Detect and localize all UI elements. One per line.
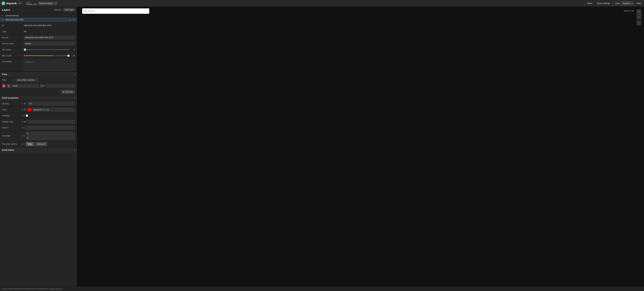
view-inspect-control: View Inspect xyxy=(613,1,634,5)
source-input[interactable] xyxy=(24,36,75,40)
filter-type-row: Filter ƒx every filter matches xyxy=(0,77,77,83)
icon-editor-section-header[interactable]: ICON Editor ▾ xyxy=(0,147,77,153)
paint-section-header[interactable]: Paint properties ▾ xyxy=(0,95,77,101)
filter-value-input[interactable] xyxy=(46,84,75,88)
color-icons: ƒx ▣ Σ xyxy=(22,109,27,110)
type-row: Type Fill xyxy=(0,28,77,34)
color-label: Color xyxy=(2,108,20,111)
save-button[interactable]: Save xyxy=(586,1,594,5)
filter-type-select-wrap[interactable]: every filter matches xyxy=(16,78,75,82)
filter-number-badge: 1 xyxy=(2,84,6,88)
duplicate-icon[interactable]: ⧉ xyxy=(69,18,72,21)
max-zoom-control: 24 xyxy=(24,54,75,57)
outline-sigma-icon[interactable]: Σ xyxy=(26,121,27,122)
layer-list: ◎ openstreetmap ◎ a8d1264f-cb1d-485f- ⧉ … xyxy=(0,13,77,22)
zoom-out-button[interactable]: − xyxy=(636,14,641,19)
filter-delete-button[interactable]: 🗑 xyxy=(7,84,10,88)
map-ctrl-divider xyxy=(636,20,641,20)
layer-item-selected[interactable]: ◎ a8d1264f-cb1d-485f- ⧉ 👁 xyxy=(0,18,77,22)
comments-row: Comments xyxy=(0,59,77,72)
filter-section-header[interactable]: Filter ▾ xyxy=(0,72,77,77)
eye-toggle-icon[interactable]: 👁 xyxy=(72,18,75,21)
zoom-in-button[interactable]: + xyxy=(636,10,641,14)
map-area[interactable]: 🔍 Zoom: 5.18 + − ↑ xyxy=(77,7,644,286)
source-layer-input[interactable] xyxy=(24,42,75,46)
paint-chevron-icon: ▾ xyxy=(74,97,75,99)
outline-color-input[interactable] xyxy=(28,120,75,124)
outline-data-icon[interactable]: ▣ xyxy=(24,121,25,122)
opacity-input[interactable] xyxy=(28,102,75,106)
max-zoom-label: Max Zoom xyxy=(2,54,24,57)
search-input[interactable] xyxy=(82,8,149,14)
translate-icons: ƒx Σ xyxy=(22,135,25,137)
anchor-map-button[interactable]: Map xyxy=(26,142,34,146)
app-logo: M Maputnik v2.0.0 xyxy=(1,1,22,5)
anchor-viewport-button[interactable]: Viewport xyxy=(35,142,47,146)
translate-anchor-fx-icon[interactable]: ƒx xyxy=(22,143,23,145)
opacity-data-icon[interactable]: ▣ xyxy=(24,103,25,104)
pattern-fx-icon[interactable]: ƒx xyxy=(22,127,23,129)
layer-item-openstreetmap[interactable]: ◎ openstreetmap xyxy=(0,14,77,18)
type-label: Type xyxy=(2,30,24,33)
filter-operator-select[interactable]: == xyxy=(40,84,44,88)
icon-editor-title: ICON Editor xyxy=(2,149,74,151)
id-row: ID a8d1264f-cb1d-485f-8fc6-2973... xyxy=(0,22,77,28)
filter-op-wrap[interactable]: == ▾ xyxy=(40,84,45,88)
layer-item-label: a8d1264f-cb1d-485f- xyxy=(5,18,68,21)
map-controls: + − ↑ xyxy=(636,10,641,25)
main-layout: Layers Expand Add Layer ◎ openstreetmap … xyxy=(0,7,644,286)
layer-type-wrapper[interactable]: Default polygon xyxy=(38,2,57,5)
antialias-fx-icon[interactable]: ƒx xyxy=(22,115,23,116)
view-button[interactable]: View xyxy=(613,1,621,5)
id-label: ID xyxy=(2,24,24,27)
add-filter-label: Add filter xyxy=(65,91,73,93)
help-button[interactable]: Help xyxy=(635,1,643,5)
color-swatch[interactable] xyxy=(28,108,31,111)
style-settings-button[interactable]: Style Settings xyxy=(595,1,612,5)
pattern-input[interactable] xyxy=(26,126,75,130)
translate-anchor-sigma-icon[interactable]: Σ xyxy=(24,143,25,145)
layer-action-icons: ⧉ 👁 xyxy=(69,18,75,21)
search-bar: 🔍 xyxy=(82,8,149,14)
antialias-sigma-icon[interactable]: Σ xyxy=(24,115,25,116)
id-value: a8d1264f-cb1d-485f-8fc6-2973... xyxy=(24,24,75,27)
outline-color-label: Outline color xyxy=(2,120,20,123)
translate-x-input[interactable] xyxy=(26,132,75,136)
inspect-wrapper[interactable]: Inspect xyxy=(621,1,633,5)
filter-field-input[interactable] xyxy=(12,84,39,88)
translate-anchor-label: Translate anchor xyxy=(2,143,20,145)
status-bar: Undo setFilter a8d1264f-cb1d-485f-8fc6-2… xyxy=(0,286,644,291)
inspect-select[interactable]: Inspect xyxy=(621,1,633,5)
max-zoom-slider[interactable] xyxy=(24,55,70,56)
svg-text:M: M xyxy=(3,2,4,4)
filter-type-select[interactable]: every filter matches xyxy=(16,78,38,82)
app-version: v2.0.0 xyxy=(18,2,22,4)
layer-type-select[interactable]: Default polygon xyxy=(38,2,57,5)
outline-fx-icon[interactable]: ƒx xyxy=(22,121,23,122)
add-filter-button[interactable]: ⊞ Add filter xyxy=(61,90,75,94)
translate-y-input[interactable] xyxy=(26,136,75,140)
filter-section-title: Filter xyxy=(2,73,74,76)
color-fx-icon[interactable]: ƒx xyxy=(22,109,23,110)
min-zoom-label: Min Zoom xyxy=(2,48,24,51)
map-background xyxy=(77,7,644,286)
color-data-icon[interactable]: ▣ xyxy=(24,109,25,110)
antialias-checkbox[interactable] xyxy=(26,114,28,117)
color-input[interactable] xyxy=(32,108,75,112)
search-icon: 🔍 xyxy=(84,10,87,12)
color-sigma-icon[interactable]: Σ xyxy=(26,109,27,110)
opacity-sigma-icon[interactable]: Σ xyxy=(26,103,27,104)
min-zoom-slider[interactable] xyxy=(24,49,70,50)
source-layer-row: Source Layer xyxy=(0,40,77,47)
opacity-fx-icon[interactable]: ƒx xyxy=(22,103,23,104)
expand-button[interactable]: Expand xyxy=(53,8,62,11)
north-up-button[interactable]: ↑ xyxy=(636,21,641,25)
translate-fx-icon[interactable]: ƒx xyxy=(22,135,23,137)
pattern-sigma-icon[interactable]: Σ xyxy=(24,127,25,129)
zoom-indicator: Zoom: 5.18 xyxy=(624,10,634,12)
translate-sigma-icon[interactable]: Σ xyxy=(24,135,25,137)
opacity-icons: ƒx ▣ Σ xyxy=(22,103,27,104)
translate-inputs xyxy=(26,132,75,140)
add-layer-button[interactable]: Add Layer xyxy=(64,8,75,12)
comments-textarea[interactable] xyxy=(24,60,75,70)
